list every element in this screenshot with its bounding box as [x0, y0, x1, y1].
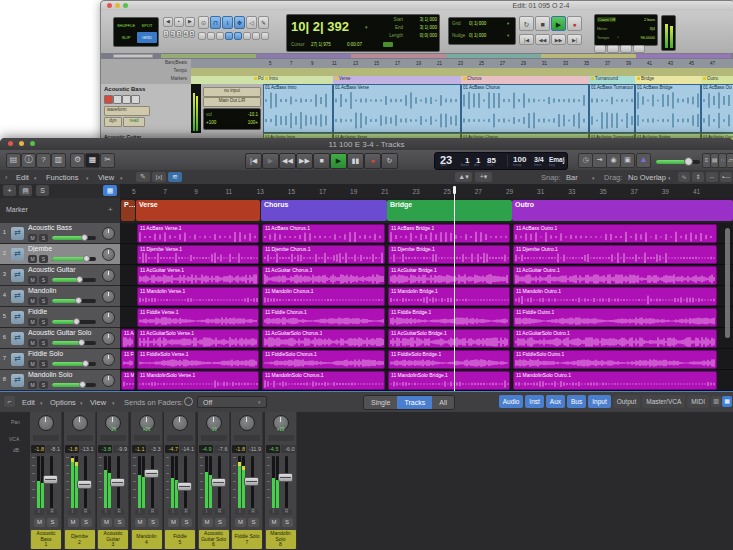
input-monitor-button[interactable]: I — [101, 509, 111, 515]
pan-knob[interactable] — [38, 415, 54, 431]
pan-knob[interactable] — [102, 311, 115, 324]
automation-icon[interactable]: ✎ — [136, 172, 150, 182]
channel-strip-8[interactable]: +19-4.5-6.0IRMSMandolin Solo8 — [265, 412, 297, 549]
solo-button[interactable]: S — [39, 360, 48, 368]
audio-region[interactable]: 11 Mandolin Bridge.1 — [388, 287, 510, 306]
strip-name-label[interactable]: Mandolin Solo8 — [266, 530, 296, 549]
solo-button[interactable]: S — [39, 339, 48, 347]
volume-slider[interactable] — [52, 236, 96, 240]
filter-inst[interactable]: Inst — [525, 395, 543, 408]
track-header-7[interactable]: 7⇄Fiddle SoloMS — [0, 349, 120, 370]
playhead-line[interactable] — [454, 194, 455, 391]
solo-button[interactable]: S — [114, 518, 125, 527]
track-header-2[interactable]: 2⇄DjembeMS — [0, 244, 120, 265]
audio-region[interactable]: 11 AcBass Verse.1 — [137, 224, 259, 243]
audio-region[interactable]: 11 Ac — [121, 329, 135, 348]
volume-slider[interactable] — [52, 299, 96, 303]
input-monitor-button[interactable]: I — [269, 509, 279, 515]
audio-region[interactable]: 11 Djembe Chorus.1 — [262, 245, 385, 264]
mute-button[interactable]: M — [202, 518, 213, 527]
record-enable-button[interactable]: R — [114, 509, 124, 515]
grid-value[interactable]: 0| 1| 000 — [469, 21, 486, 26]
zoomer-tool[interactable]: ⊙ — [198, 16, 209, 29]
solo-header-button[interactable]: S — [36, 185, 49, 196]
edit-mode-slip[interactable]: SLIP — [116, 32, 136, 43]
audio-region[interactable]: 11 Mandolin Verse.1 — [137, 287, 259, 306]
mute-button[interactable]: M — [28, 360, 37, 368]
mute-button[interactable]: M — [135, 518, 146, 527]
trim-tool[interactable]: ⊓ — [210, 16, 221, 29]
audio-region[interactable]: 11 Fiddle Verse.1 — [137, 308, 259, 327]
filter-audio[interactable]: Audio — [499, 395, 524, 408]
metronome-icon[interactable]: ▲ — [636, 153, 651, 168]
marker-intro[interactable]: Intro — [265, 76, 278, 81]
vca-slot[interactable] — [100, 435, 126, 441]
audio-region[interactable]: 11 MandolinSolo Outro.1 — [513, 371, 717, 390]
volume-slider[interactable] — [52, 383, 96, 387]
grabber-tool[interactable]: ✥ — [234, 16, 245, 29]
channel-strip-4[interactable]: +26-1.1-3.3IRMSMandolin4 — [131, 412, 163, 549]
audio-region[interactable]: 11 AcGuitarSolo Chorus.1 — [262, 329, 385, 348]
zoom-preset-4[interactable]: 4 — [183, 30, 189, 38]
marker-chorus[interactable]: Chorus — [463, 76, 482, 81]
rewind-button[interactable]: ◀◀ — [279, 153, 296, 169]
pan-knob[interactable] — [102, 374, 115, 387]
mute-button[interactable]: M — [28, 255, 37, 263]
audio-region[interactable]: 11 AcGuitarSolo Outro.1 — [513, 329, 717, 348]
mute-button[interactable] — [122, 95, 131, 104]
fader-cap[interactable] — [43, 475, 58, 484]
nudge-dropdown-icon[interactable]: ▾ — [507, 33, 509, 38]
audio-region[interactable]: 11 Djembe Outro.1 — [513, 245, 717, 264]
record-button[interactable]: ● — [567, 16, 582, 31]
audio-region[interactable]: 11 MandolinSolo Chorus.1 — [262, 371, 385, 390]
section-marker-chorus[interactable]: Chorus — [261, 200, 387, 221]
solo-button[interactable]: S — [248, 518, 259, 527]
audio-region[interactable]: 11 FiddleSolo Bridge.1 — [388, 350, 510, 369]
master-volume-slider[interactable] — [656, 160, 700, 164]
audio-region[interactable]: 01 AcBass Outro — [701, 84, 733, 133]
media-browser-icon[interactable]: ▱ — [726, 153, 733, 168]
zoom-arrow-icon[interactable]: ◀ — [163, 17, 173, 27]
solo-button[interactable]: S — [47, 518, 58, 527]
mute-button[interactable]: M — [168, 518, 179, 527]
marker-bridge[interactable]: Bridge — [637, 76, 654, 81]
vca-slot[interactable] — [134, 435, 160, 441]
pan-knob[interactable] — [102, 353, 115, 366]
filter-input[interactable]: Input — [588, 395, 610, 408]
audio-region[interactable]: 11 AcBass Bridge.1 — [388, 224, 510, 243]
vol-value[interactable]: -10.1 — [248, 112, 258, 117]
audio-region[interactable]: 11 Fiddle Bridge.1 — [388, 308, 510, 327]
volume-knob[interactable] — [82, 360, 89, 367]
volume-knob[interactable] — [75, 297, 82, 304]
channel-strip-3[interactable]: -26-3.8-9.9IRMSAcoustic Guitar3 — [97, 412, 129, 549]
audio-region[interactable]: 11 AcGuitar Verse.1 — [137, 266, 259, 285]
strip-name-label[interactable]: Fiddle5 — [165, 530, 195, 549]
replace-icon[interactable]: ▣ — [620, 153, 635, 168]
session-setup-button[interactable] — [594, 45, 606, 53]
edit-option-button[interactable] — [243, 32, 251, 40]
strip-name-label[interactable]: Djembe2 — [65, 530, 95, 549]
track-view-selector[interactable]: waveform — [104, 106, 150, 116]
record-button[interactable]: ● — [364, 153, 381, 169]
pan-right-value[interactable]: 100+ — [248, 120, 258, 125]
field-value-length[interactable]: 0| 0| 000 — [420, 33, 437, 38]
vca-slot[interactable] — [234, 435, 260, 441]
solo-button[interactable]: S — [39, 234, 48, 242]
mixer-menu-options[interactable]: Options — [50, 398, 76, 407]
input-selector[interactable]: no input — [203, 87, 261, 97]
zoom-arrow-icon[interactable]: ▪ — [174, 17, 184, 27]
input-monitor-button[interactable]: I — [235, 509, 245, 515]
audio-region[interactable]: 01 AcBass Turnaround — [589, 84, 635, 133]
audio-region[interactable]: 11 Mandolin Outro.1 — [513, 287, 717, 306]
zoom-slider-icon[interactable]: ▪— — [720, 172, 732, 182]
audio-region[interactable]: 11 Fiddle Chorus.1 — [262, 308, 385, 327]
power-icon[interactable] — [184, 397, 193, 406]
edit-option-button[interactable] — [225, 32, 233, 40]
goto-begin-button[interactable]: |◀ — [245, 153, 262, 169]
menu-functions[interactable]: Functions — [46, 173, 79, 182]
pan-left-value[interactable]: +100 — [206, 120, 216, 125]
mixer-menu-edit[interactable]: Edit — [22, 398, 35, 407]
strip-name-label[interactable]: Acoustic Bass1 — [31, 530, 61, 549]
waveform-zoom-icon[interactable]: ∿ — [678, 172, 690, 182]
loop-button[interactable]: ↻ — [519, 16, 534, 31]
